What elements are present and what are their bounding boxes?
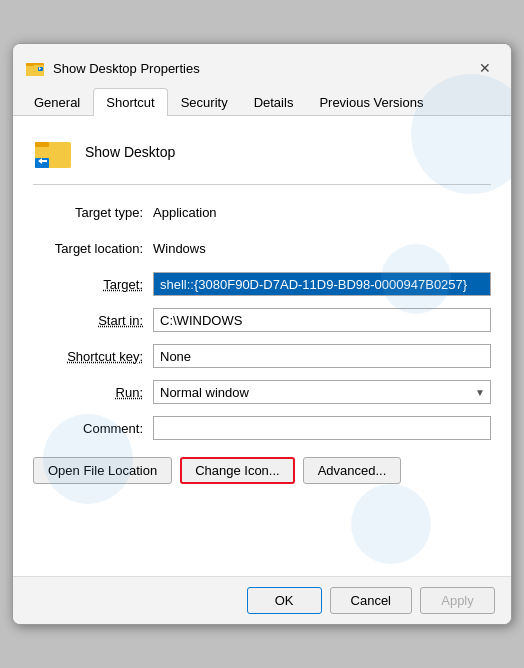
- properties-dialog: Show Desktop Properties ✕ General Shortc…: [12, 43, 512, 625]
- svg-rect-2: [26, 63, 34, 66]
- comment-row: Comment:: [33, 415, 491, 441]
- shortcut-key-row: Shortcut key:: [33, 343, 491, 369]
- cancel-button[interactable]: Cancel: [330, 587, 412, 614]
- target-input[interactable]: [153, 272, 491, 296]
- target-location-label: Target location:: [33, 241, 153, 256]
- advanced-button[interactable]: Advanced...: [303, 457, 402, 484]
- title-bar: Show Desktop Properties ✕: [13, 44, 511, 88]
- close-button[interactable]: ✕: [471, 54, 499, 82]
- start-in-label: Start in:: [33, 313, 153, 328]
- target-label: Target:: [33, 277, 153, 292]
- shortcut-key-input[interactable]: [153, 344, 491, 368]
- action-buttons-row: Open File Location Change Icon... Advanc…: [33, 457, 491, 484]
- comment-label: Comment:: [33, 421, 153, 436]
- tab-security[interactable]: Security: [168, 88, 241, 116]
- ok-button[interactable]: OK: [247, 587, 322, 614]
- tab-content: Show Desktop Target type: Application Ta…: [13, 116, 511, 576]
- apply-button[interactable]: Apply: [420, 587, 495, 614]
- shortcut-key-label: Shortcut key:: [33, 349, 153, 364]
- target-type-value: Application: [153, 205, 217, 220]
- tab-previous-versions[interactable]: Previous Versions: [306, 88, 436, 116]
- app-icon: [33, 132, 73, 172]
- title-bar-icon: [25, 58, 45, 78]
- app-header: Show Desktop: [33, 132, 491, 185]
- run-select[interactable]: Normal window Minimized Maximized: [153, 380, 491, 404]
- tabs-bar: General Shortcut Security Details Previo…: [13, 88, 511, 116]
- target-location-value: Windows: [153, 241, 206, 256]
- start-in-input[interactable]: [153, 308, 491, 332]
- footer: OK Cancel Apply: [13, 576, 511, 624]
- svg-rect-7: [35, 142, 49, 147]
- target-location-row: Target location: Windows: [33, 235, 491, 261]
- comment-input[interactable]: [153, 416, 491, 440]
- start-in-row: Start in:: [33, 307, 491, 333]
- svg-rect-3: [38, 67, 43, 71]
- run-select-wrap: Normal window Minimized Maximized ▼: [153, 380, 491, 404]
- tab-shortcut[interactable]: Shortcut: [93, 88, 167, 116]
- target-type-row: Target type: Application: [33, 199, 491, 225]
- tab-general[interactable]: General: [21, 88, 93, 116]
- change-icon-button[interactable]: Change Icon...: [180, 457, 295, 484]
- open-file-location-button[interactable]: Open File Location: [33, 457, 172, 484]
- tab-details[interactable]: Details: [241, 88, 307, 116]
- target-type-label: Target type:: [33, 205, 153, 220]
- dialog-title: Show Desktop Properties: [53, 61, 471, 76]
- content-spacer: [33, 500, 491, 560]
- app-name: Show Desktop: [85, 144, 175, 160]
- run-label: Run:: [33, 385, 153, 400]
- run-row: Run: Normal window Minimized Maximized ▼: [33, 379, 491, 405]
- target-row: Target:: [33, 271, 491, 297]
